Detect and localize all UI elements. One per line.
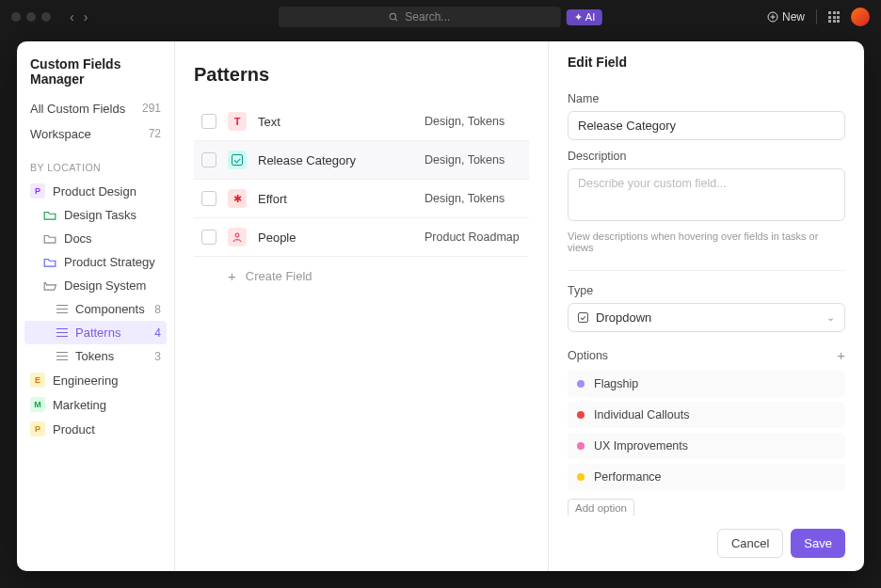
list-tokens[interactable]: Tokens 3 (24, 344, 167, 368)
workspace-count: 72 (149, 127, 161, 141)
edit-panel-footer: Cancel Save (549, 516, 864, 571)
field-row-release-category[interactable]: Release Category Design, Tokens (194, 141, 529, 180)
list-label: Tokens (75, 349, 114, 363)
edit-panel-body: Name Description View descriptions when … (549, 83, 864, 516)
option-flagship[interactable]: Flagship (568, 371, 845, 397)
list-icon (56, 327, 68, 339)
folder-label: Design Tasks (64, 208, 136, 222)
option-ux-improvements[interactable]: UX Improvements (568, 433, 845, 459)
nav-arrows: ‹ › (70, 9, 88, 24)
space-engineering[interactable]: E Engineering (24, 368, 167, 392)
name-label: Name (568, 92, 845, 105)
description-textarea[interactable] (568, 168, 845, 221)
color-dot-icon (577, 411, 585, 419)
folder-icon (43, 233, 56, 245)
folder-design-system[interactable]: Design System (24, 274, 167, 297)
save-button[interactable]: Save (791, 529, 845, 558)
space-badge-icon: P (30, 183, 45, 199)
field-name: People (258, 230, 413, 245)
checkbox[interactable] (201, 191, 216, 206)
divider (816, 9, 817, 24)
edit-panel-header: Edit Field (549, 41, 864, 83)
folder-docs[interactable]: Docs (24, 227, 167, 250)
list-patterns[interactable]: Patterns 4 (24, 321, 167, 344)
sidebar-workspace[interactable]: Workspace 72 (24, 121, 167, 147)
checkbox[interactable] (201, 230, 216, 245)
close-dot[interactable] (11, 12, 21, 22)
main-area: Patterns T Text Design, Tokens Release C… (175, 41, 548, 571)
divider (568, 270, 845, 271)
all-fields-label: All Custom Fields (30, 102, 125, 116)
plus-icon: + (228, 268, 236, 284)
field-row-people[interactable]: People Product Roadmap (194, 218, 529, 257)
option-label: Performance (594, 470, 662, 484)
search-placeholder: Search... (405, 10, 450, 24)
field-name: Effort (258, 192, 413, 206)
name-input[interactable] (568, 111, 845, 140)
nav-forward-icon[interactable]: › (84, 9, 88, 24)
list-count: 3 (154, 350, 161, 363)
folder-open-icon (43, 280, 56, 292)
add-option-plus-icon[interactable]: + (837, 347, 845, 363)
add-option-button[interactable]: Add option (568, 499, 634, 516)
folder-design-tasks[interactable]: Design Tasks (24, 203, 167, 227)
sidebar-all-fields[interactable]: All Custom Fields 291 (24, 96, 167, 121)
folder-label: Product Strategy (64, 255, 155, 269)
description-hint: View descriptions when hovering over fie… (568, 230, 845, 253)
field-name: Release Category (258, 153, 413, 167)
create-field-button[interactable]: + Create Field (194, 257, 529, 295)
field-name: Text (258, 115, 413, 129)
field-used-in: Product Roadmap (424, 230, 520, 244)
text-type-icon: T (228, 112, 247, 131)
options-header: Options + (568, 347, 845, 363)
page-title: Patterns (194, 64, 529, 86)
cancel-button[interactable]: Cancel (717, 529, 783, 558)
folder-label: Design System (64, 278, 146, 293)
folder-icon (43, 210, 56, 221)
option-performance[interactable]: Performance (568, 464, 845, 490)
list-icon (56, 351, 68, 362)
maximize-dot[interactable] (41, 12, 51, 22)
ai-badge[interactable]: ✦ AI (567, 9, 602, 25)
search-input[interactable]: Search... (279, 7, 561, 27)
option-label: UX Improvements (594, 439, 688, 453)
window: Custom Fields Manager All Custom Fields … (17, 41, 864, 571)
new-label: New (782, 10, 805, 24)
topbar-right: New (767, 8, 870, 26)
new-button[interactable]: New (767, 10, 805, 24)
folder-product-strategy[interactable]: Product Strategy (24, 250, 167, 274)
space-product[interactable]: P Product (24, 417, 167, 441)
space-label: Product (53, 422, 95, 437)
effort-type-icon: ✱ (228, 189, 247, 208)
list-components[interactable]: Components 8 (24, 297, 167, 321)
type-label: Type (568, 284, 845, 297)
space-badge-icon: E (30, 373, 45, 388)
options-label: Options (568, 349, 608, 362)
space-label: Engineering (53, 373, 118, 388)
sparkle-icon: ✦ (574, 11, 583, 24)
checkbox[interactable] (201, 152, 216, 167)
sidebar-title: Custom Fields Manager (24, 56, 167, 96)
list-icon (56, 304, 68, 315)
minimize-dot[interactable] (26, 12, 36, 22)
option-individual-callouts[interactable]: Individual Callouts (568, 402, 845, 428)
search-wrap: Search... ✦ AI (279, 7, 602, 27)
option-label: Flagship (594, 377, 638, 390)
field-used-in: Design, Tokens (424, 153, 505, 167)
svg-point-0 (391, 13, 396, 19)
nav-back-icon[interactable]: ‹ (70, 9, 74, 24)
checkbox[interactable] (201, 114, 216, 129)
field-row-effort[interactable]: ✱ Effort Design, Tokens (194, 180, 529, 218)
field-row-text[interactable]: T Text Design, Tokens (194, 103, 529, 141)
space-label: Product Design (53, 184, 136, 199)
space-product-design[interactable]: P Product Design (24, 179, 167, 203)
space-badge-icon: P (30, 421, 45, 437)
space-marketing[interactable]: M Marketing (24, 392, 167, 417)
type-select[interactable]: Dropdown ⌄ (568, 303, 845, 332)
folder-icon (43, 257, 56, 268)
avatar[interactable] (851, 8, 870, 26)
apps-grid-icon[interactable] (828, 11, 840, 23)
space-label: Marketing (53, 398, 106, 412)
dropdown-icon (578, 312, 588, 323)
field-used-in: Design, Tokens (424, 115, 505, 128)
